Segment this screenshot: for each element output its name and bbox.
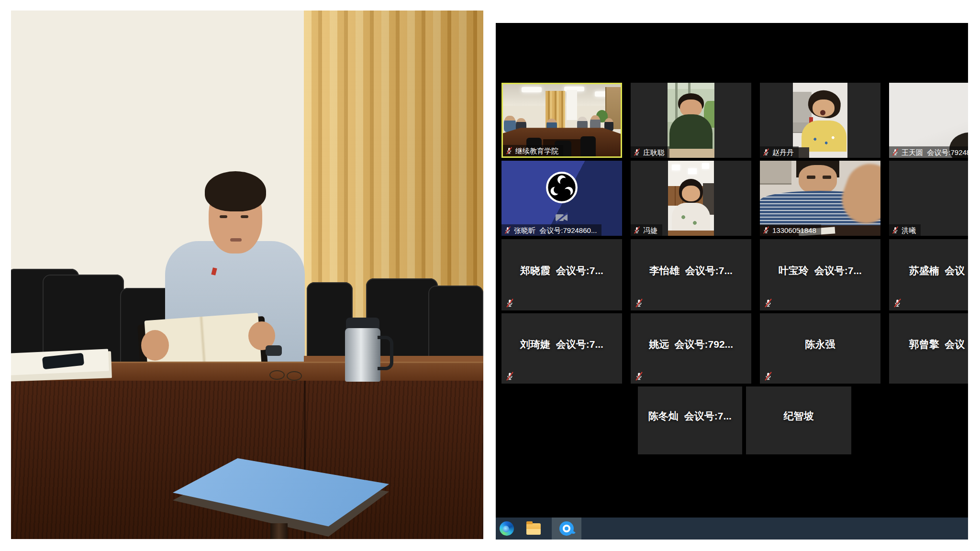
- camera-off-icon: [555, 212, 569, 223]
- participant-name-label: 王天圆 会议号:79248: [889, 146, 968, 158]
- scene-shape: [669, 114, 713, 149]
- scene-shape: [567, 90, 577, 120]
- tencent-meeting-icon[interactable]: [559, 521, 574, 536]
- mic-muted-icon: [635, 372, 644, 381]
- mic-muted-icon: [633, 148, 641, 156]
- thermos: [345, 328, 380, 382]
- participant-tile[interactable]: 郑晓霞 会议号:7...: [501, 239, 622, 310]
- scene-shape: [820, 110, 825, 115]
- scene-shape: [823, 176, 831, 178]
- participant-name: 13306051848: [772, 227, 816, 234]
- muted-indicator: [635, 298, 644, 308]
- participant-tile[interactable]: 庄耿聪: [631, 83, 751, 158]
- scene-shape: [760, 161, 791, 185]
- muted-indicator: [893, 298, 902, 308]
- file-explorer-icon[interactable]: [526, 523, 541, 535]
- participant-name-label: 叶宝玲 会议号:7...: [760, 264, 880, 277]
- scene-shape: [807, 176, 815, 178]
- scene-shape: [668, 149, 714, 158]
- participant-tile[interactable]: 刘琦婕 会议号:7...: [501, 313, 622, 384]
- man-eye: [241, 215, 248, 218]
- mic-muted-icon: [505, 372, 514, 381]
- participant-name-label: 李怡雄 会议号:7...: [631, 264, 751, 277]
- participant-name-label: 13306051848: [760, 224, 821, 236]
- participant-name-label: 继续教育学院: [503, 145, 563, 156]
- participant-name-label: 张晓昕 会议号:7924860...: [501, 224, 601, 236]
- participant-tile[interactable]: 洪曦: [889, 161, 968, 236]
- mic-muted-icon: [764, 298, 773, 308]
- scene-shape: [522, 87, 542, 92]
- participant-name: 庄耿聪: [643, 149, 665, 156]
- eyeglasses: [269, 370, 313, 380]
- participant-grid: 继续教育学院庄耿聪赵丹丹王天圆 会议号:79248张晓昕 会议号:7924860…: [496, 23, 968, 540]
- mic-muted-icon: [762, 148, 770, 156]
- participant-name-label: 庄耿聪: [631, 146, 669, 158]
- mic-muted-icon: [505, 298, 514, 308]
- participant-name: 赵丹丹: [772, 149, 794, 156]
- mic-muted-icon: [893, 298, 902, 308]
- thermos-handle: [378, 336, 393, 370]
- stand-pole: [270, 523, 288, 539]
- mic-muted-icon: [891, 148, 899, 156]
- participant-name: 冯婕: [643, 227, 657, 234]
- man-eye: [220, 215, 227, 218]
- participant-tile[interactable]: 赵丹丹: [760, 83, 880, 158]
- mic-muted-icon: [762, 226, 770, 234]
- participant-tile[interactable]: 张晓昕 会议号:7924860...: [501, 161, 622, 236]
- mic-muted-icon: [635, 298, 644, 308]
- wristwatch: [266, 345, 282, 356]
- mic-muted-icon: [891, 226, 899, 234]
- participant-tile[interactable]: 李怡雄 会议号:7...: [631, 239, 751, 310]
- participant-name-label: 冯婕: [631, 224, 662, 236]
- participant-name: 继续教育学院: [515, 147, 558, 154]
- muted-indicator: [505, 372, 514, 381]
- man-hair: [205, 171, 266, 211]
- scene-shape: [668, 83, 714, 158]
- scene-shape: [682, 186, 700, 201]
- participant-name-label: 刘琦婕 会议号:7...: [501, 338, 622, 351]
- participant-tile[interactable]: 陈冬灿 会议号:7...: [638, 386, 742, 454]
- participant-name-label: 陈永强: [760, 338, 880, 351]
- participant-tile[interactable]: 冯婕: [631, 161, 751, 236]
- participant-tile[interactable]: 苏盛楠 会议: [889, 239, 968, 310]
- participant-tile[interactable]: 陈永强: [760, 313, 880, 384]
- mic-muted-icon: [505, 147, 513, 154]
- participant-tile[interactable]: 郭曾擎 会议: [889, 313, 968, 384]
- scene-shape: [799, 165, 837, 194]
- scene-shape: [580, 136, 596, 156]
- mic-muted-icon: [764, 372, 773, 381]
- hand: [141, 330, 169, 361]
- scene-shape: [504, 116, 516, 132]
- participant-tile[interactable]: 叶宝玲 会议号:7...: [760, 239, 880, 310]
- mic-muted-icon: [504, 226, 512, 234]
- meeting-room-photo: [11, 11, 483, 539]
- man-mouth: [230, 238, 242, 242]
- participant-tile[interactable]: 继续教育学院: [501, 83, 622, 158]
- participant-tile[interactable]: 13306051848: [760, 161, 880, 236]
- participant-name-label: 纪智坡: [746, 409, 851, 423]
- participant-name-label: 赵丹丹: [760, 146, 799, 158]
- participant-name: 张晓昕 会议号:7924860...: [514, 227, 597, 234]
- participant-name-label: 苏盛楠 会议: [889, 264, 968, 277]
- obs-logo: [546, 171, 578, 204]
- scene-shape: [668, 161, 714, 236]
- participant-name: 王天圆 会议号:79248: [902, 149, 968, 156]
- participant-tile[interactable]: 姚远 会议号:792...: [631, 313, 751, 384]
- scene-shape: [672, 203, 711, 231]
- muted-indicator: [635, 372, 644, 381]
- muted-indicator: [505, 298, 514, 308]
- scene-shape: [702, 163, 709, 169]
- muted-indicator: [764, 372, 773, 381]
- windows-taskbar[interactable]: [496, 518, 968, 540]
- participant-tile[interactable]: 纪智坡: [746, 386, 851, 454]
- scene-shape: [688, 168, 696, 175]
- mic-muted-icon: [633, 226, 641, 234]
- participant-tile[interactable]: 王天圆 会议号:79248: [889, 83, 968, 158]
- participant-name-label: 洪曦: [889, 224, 921, 236]
- participant-name-label: 郭曾擎 会议: [889, 338, 968, 351]
- muted-indicator: [764, 298, 773, 308]
- participant-name-label: 郑晓霞 会议号:7...: [501, 264, 622, 277]
- scene-shape: [668, 231, 714, 236]
- edge-browser-icon[interactable]: [500, 521, 514, 536]
- meeting-app-panel: 继续教育学院庄耿聪赵丹丹王天圆 会议号:79248张晓昕 会议号:7924860…: [496, 23, 968, 540]
